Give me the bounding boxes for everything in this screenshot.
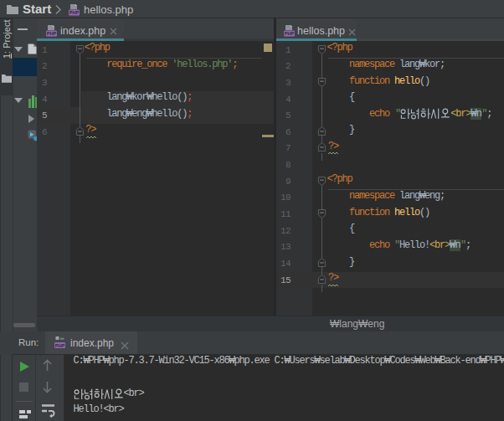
svg-text:PHP: PHP [55,343,65,348]
